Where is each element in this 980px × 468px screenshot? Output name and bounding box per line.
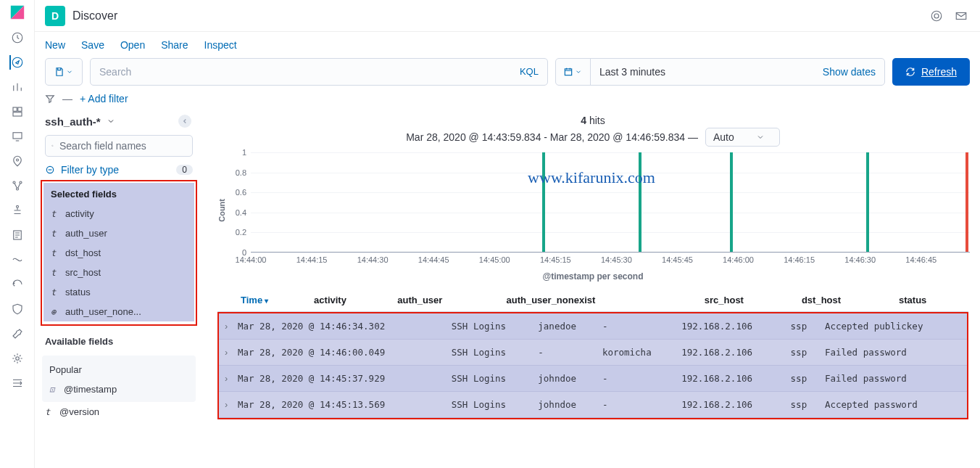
- kibana-logo: [9, 4, 25, 20]
- field-item[interactable]: tauth_user: [43, 223, 194, 243]
- column-header[interactable]: status: [894, 289, 968, 312]
- field-item[interactable]: ⊡@timestamp: [42, 379, 196, 399]
- table-row: › Mar 28, 2020 @ 14:45:13.569SSH Loginsj…: [219, 392, 967, 418]
- date-text[interactable]: Last 3 minutes: [591, 59, 814, 85]
- dashboard-icon[interactable]: [10, 104, 25, 119]
- time-range-label: Mar 28, 2020 @ 14:43:59.834 - Mar 28, 20…: [406, 131, 698, 143]
- page-title: Discover: [72, 9, 117, 22]
- svg-point-11: [16, 188, 18, 190]
- visualize-icon[interactable]: [10, 80, 25, 94]
- field-item[interactable]: ⊕auth_user_none...: [43, 302, 194, 321]
- fields-sidebar: ssh_auth-* Filter by type 0 Selected: [35, 110, 203, 468]
- show-dates-link[interactable]: Show dates: [814, 59, 884, 85]
- saved-query-button[interactable]: [45, 58, 83, 86]
- column-header[interactable]: auth_user: [393, 289, 502, 312]
- filter-icon[interactable]: [45, 94, 55, 104]
- menu-save[interactable]: Save: [81, 39, 104, 51]
- histogram-bar[interactable]: [966, 152, 968, 253]
- calendar-button[interactable]: [556, 59, 591, 85]
- svg-rect-4: [13, 107, 17, 111]
- svg-rect-6: [13, 112, 22, 116]
- left-nav-rail: [0, 0, 35, 468]
- search-input[interactable]: [91, 59, 511, 85]
- expand-row-button[interactable]: ›: [219, 313, 233, 340]
- apm-icon[interactable]: [10, 253, 25, 267]
- expand-row-button[interactable]: ›: [219, 366, 233, 392]
- column-header[interactable]: auth_user_nonexist: [502, 289, 700, 312]
- chevron-down-icon[interactable]: [107, 117, 115, 126]
- devtools-icon[interactable]: [10, 327, 25, 341]
- search-icon: [51, 141, 54, 151]
- table-row: › Mar 28, 2020 @ 14:46:34.302SSH Loginsj…: [219, 313, 967, 340]
- svg-rect-18: [565, 69, 572, 75]
- field-search: [45, 135, 193, 157]
- menu-inspect[interactable]: Inspect: [204, 39, 237, 51]
- field-search-input[interactable]: [59, 140, 186, 152]
- menu-new[interactable]: New: [45, 39, 65, 51]
- maps-icon[interactable]: [10, 154, 25, 168]
- svg-rect-7: [13, 133, 22, 139]
- compass-icon[interactable]: [9, 55, 24, 70]
- interval-select[interactable]: Auto: [705, 128, 780, 147]
- results-table: Timeactivityauth_userauth_user_nonexists…: [217, 289, 968, 312]
- menu-open[interactable]: Open: [120, 39, 145, 51]
- refresh-button[interactable]: Refresh: [892, 58, 970, 86]
- field-item[interactable]: tactivity: [43, 204, 194, 223]
- filter-by-type[interactable]: Filter by type 0: [45, 164, 193, 176]
- available-fields-header: Available fields: [38, 330, 200, 351]
- canvas-icon[interactable]: [10, 129, 25, 144]
- hit-count: 4 hits: [206, 110, 980, 128]
- field-item[interactable]: t@version: [38, 402, 200, 422]
- mail-icon[interactable]: [952, 7, 970, 25]
- chevron-down-icon: [756, 133, 765, 141]
- x-axis-label: @timestamp per second: [206, 268, 980, 287]
- column-header[interactable]: src_host: [700, 289, 797, 312]
- collapse-sidebar-button[interactable]: [178, 115, 191, 128]
- svg-rect-17: [956, 12, 966, 19]
- svg-point-8: [16, 159, 18, 161]
- action-menu: New Save Open Share Inspect: [35, 32, 980, 58]
- field-item[interactable]: tdst_host: [43, 243, 194, 263]
- svg-point-9: [13, 181, 15, 184]
- filter-bar: — + Add filter: [35, 93, 980, 110]
- selected-fields-header: Selected fields: [43, 183, 194, 204]
- filter-type-count: 0: [176, 165, 193, 175]
- expand-row-button[interactable]: ›: [219, 340, 233, 366]
- menu-share[interactable]: Share: [161, 39, 188, 51]
- index-pattern-label[interactable]: ssh_auth-*: [45, 115, 101, 128]
- management-icon[interactable]: [10, 351, 25, 366]
- field-item[interactable]: tsrc_host: [43, 263, 194, 282]
- siem-icon[interactable]: [10, 302, 25, 316]
- results-table-wrap: Timeactivityauth_userauth_user_nonexists…: [216, 287, 970, 421]
- field-item[interactable]: tstatus: [43, 282, 194, 302]
- clock-icon[interactable]: [10, 30, 25, 45]
- svg-point-19: [52, 145, 54, 147]
- selected-fields-box: Selected fields tactivitytauth_usertdst_…: [41, 180, 197, 326]
- kql-toggle[interactable]: KQL: [511, 59, 547, 85]
- svg-point-12: [16, 205, 18, 208]
- histogram-bar[interactable]: [542, 152, 545, 253]
- logs-icon[interactable]: [10, 228, 25, 242]
- add-filter-link[interactable]: + Add filter: [80, 93, 128, 104]
- top-header: D Discover: [35, 0, 980, 32]
- histogram-bar[interactable]: [866, 152, 869, 253]
- column-header[interactable]: Time: [236, 289, 310, 312]
- filter-type-icon: [45, 165, 55, 175]
- column-header[interactable]: dst_host: [797, 289, 894, 312]
- uptime-icon[interactable]: [10, 277, 25, 292]
- column-header[interactable]: activity: [310, 289, 393, 312]
- expand-row-button[interactable]: ›: [219, 392, 233, 418]
- svg-rect-5: [17, 107, 21, 111]
- collapse-icon[interactable]: [10, 376, 25, 390]
- ml-icon[interactable]: [10, 178, 25, 193]
- histogram-bar[interactable]: [730, 152, 733, 253]
- popular-fields-box: Popular ⊡@timestamp: [42, 356, 196, 402]
- news-icon[interactable]: [928, 7, 945, 25]
- app-badge: D: [45, 6, 65, 26]
- histogram-chart: Count 00.20.40.60.81 14:44:0014:44:1514:…: [206, 152, 980, 268]
- date-picker: Last 3 minutes Show dates: [555, 58, 885, 86]
- query-row: KQL Last 3 minutes Show dates Refresh: [35, 58, 980, 93]
- histogram-bar[interactable]: [639, 152, 641, 253]
- metrics-icon[interactable]: [10, 203, 25, 218]
- main-content: 4 hits Mar 28, 2020 @ 14:43:59.834 - Mar…: [203, 110, 980, 468]
